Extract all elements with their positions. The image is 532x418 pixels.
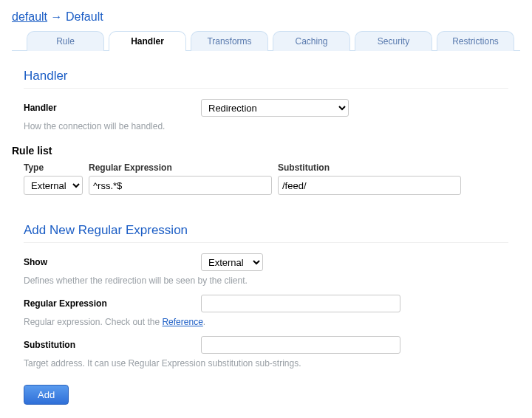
rule-regex-input[interactable] xyxy=(89,176,272,195)
handler-section-title: Handler xyxy=(24,69,508,83)
substitution-label: Substitution xyxy=(24,340,201,350)
show-help: Defines whether the redirection will be … xyxy=(24,275,508,286)
handler-section: Handler Handler Redirection How the conn… xyxy=(12,51,520,131)
tab-security[interactable]: Security xyxy=(355,31,432,51)
regex-help: Regular expression. Check out the Refere… xyxy=(24,317,508,327)
substitution-input[interactable] xyxy=(201,336,400,354)
tab-caching[interactable]: Caching xyxy=(273,31,350,51)
rule-type-select[interactable]: External xyxy=(24,176,83,195)
tab-restrictions[interactable]: Restrictions xyxy=(437,31,514,51)
tabs: Rule Handler Transforms Caching Security… xyxy=(12,31,520,51)
rule-sub-input[interactable] xyxy=(278,176,461,195)
regex-label: Regular Expression xyxy=(24,298,201,309)
handler-help: How the connection will be handled. xyxy=(24,121,508,131)
tab-rule[interactable]: Rule xyxy=(27,31,104,51)
add-section: Add New Regular Expression Show External… xyxy=(12,195,520,405)
handler-label: Handler xyxy=(24,103,201,113)
breadcrumb: default → Default xyxy=(12,6,520,31)
tab-handler[interactable]: Handler xyxy=(109,31,186,51)
rule-table: Type External Regular Expression Substit… xyxy=(24,162,508,195)
rule-sub-header: Substitution xyxy=(278,162,461,173)
breadcrumb-default-link[interactable]: default xyxy=(12,10,47,23)
tab-transforms[interactable]: Transforms xyxy=(191,31,268,51)
rule-type-header: Type xyxy=(24,162,83,173)
add-button[interactable]: Add xyxy=(24,385,69,405)
handler-select[interactable]: Redirection xyxy=(201,99,349,117)
reference-link[interactable]: Reference xyxy=(162,317,202,327)
rule-list-title: Rule list xyxy=(12,145,520,157)
substitution-help: Target address. It can use Regular Expre… xyxy=(24,358,508,369)
regex-input[interactable] xyxy=(201,295,400,312)
rule-regex-header: Regular Expression xyxy=(89,162,272,173)
show-label: Show xyxy=(24,257,201,267)
arrow-icon: → xyxy=(51,10,66,23)
show-select[interactable]: External xyxy=(201,253,263,271)
add-section-title: Add New Regular Expression xyxy=(24,223,508,238)
breadcrumb-current: Default xyxy=(66,10,103,23)
